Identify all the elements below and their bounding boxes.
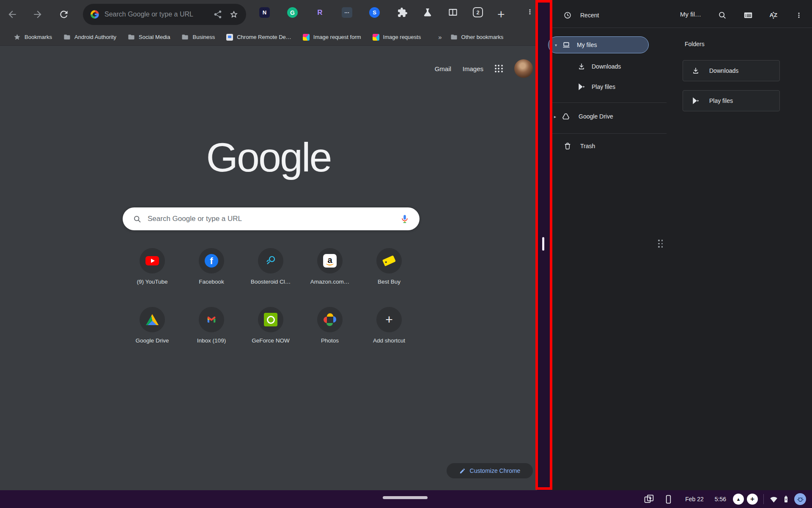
extensions-puzzle-icon[interactable] (397, 7, 408, 18)
google-drive-icon (146, 314, 159, 325)
shortcut-bestbuy[interactable]: Best Buy (359, 248, 419, 285)
facebook-icon: f (205, 254, 218, 268)
shortcut-photos[interactable]: Photos (300, 307, 359, 344)
search-icon[interactable] (718, 11, 727, 20)
sidebar-item-trash[interactable]: Trash (550, 136, 667, 156)
bookmark-social-media[interactable]: Social Media (128, 33, 170, 41)
extension-notion[interactable]: N (259, 7, 270, 18)
play-icon (577, 83, 586, 91)
customize-chrome-button[interactable]: Customize Chrome (447, 463, 533, 478)
folder-card-label: Play files (709, 97, 733, 104)
sidebar-item-my-files[interactable]: ▾ My files (548, 36, 649, 53)
bookmarks-bar: Bookmarks Android Authority Social Media… (0, 29, 537, 46)
side-panel-icon[interactable] (448, 7, 458, 17)
files-menu-kebab-icon[interactable] (794, 11, 804, 20)
reload-icon[interactable] (58, 9, 69, 20)
share-icon[interactable] (213, 10, 222, 19)
address-bar-placeholder: Search Google or type a URL (104, 11, 195, 18)
shortcut-youtube[interactable]: (9) YouTube (123, 248, 182, 285)
bookmarks-overflow-chevron[interactable]: » (438, 33, 442, 41)
extension-grammarly[interactable]: G (287, 7, 298, 18)
folder-card-downloads[interactable]: Downloads (683, 60, 780, 81)
assistant-bot-icon[interactable] (794, 493, 806, 505)
shortcut-facebook[interactable]: f Facebook (182, 248, 241, 285)
browser-menu-kebab-icon[interactable] (525, 7, 535, 17)
sidebar-item-recent[interactable]: Recent (550, 5, 667, 25)
shortcut-add[interactable]: + Add shortcut (359, 307, 419, 344)
shortcut-inbox[interactable]: Inbox (109) (182, 307, 241, 344)
images-link[interactable]: Images (463, 65, 483, 72)
shortcut-geforce-now[interactable]: GeForce NOW (241, 307, 300, 344)
shortcut-amazon[interactable]: a Amazon.com… (300, 248, 359, 285)
shortcut-google-drive[interactable]: Google Drive (123, 307, 182, 344)
forward-icon[interactable] (32, 9, 43, 20)
extension-password[interactable]: ••• (342, 7, 352, 18)
split-view-divider[interactable] (537, 0, 550, 490)
shortcut-label: Amazon.com… (300, 279, 359, 285)
bookmark-chrome-remote[interactable]: Chrome Remote De… (226, 34, 291, 41)
battery-icon[interactable] (782, 495, 790, 504)
sidebar-item-label: Google Drive (579, 113, 613, 120)
bookmark-android-authority[interactable]: Android Authority (63, 33, 116, 41)
ntp-search-placeholder: Search Google or type a URL (148, 215, 400, 223)
google-g-icon (91, 10, 99, 19)
folder-card-play-files[interactable]: Play files (683, 90, 780, 111)
new-tab-plus-icon[interactable]: + (497, 7, 505, 22)
extension-reader[interactable]: R (315, 7, 325, 18)
bookmark-label: Android Authority (74, 34, 116, 40)
shortcut-label: Photos (300, 337, 359, 344)
bookmark-label: Image request form (313, 34, 361, 40)
profile-avatar[interactable] (514, 59, 533, 78)
address-bar[interactable]: Search Google or type a URL (83, 4, 246, 25)
labs-flask-icon[interactable] (422, 7, 433, 17)
save-desk-icon[interactable] (644, 494, 654, 505)
bookmark-image-request-form[interactable]: Image request form (303, 34, 361, 41)
bookmark-image-requests[interactable]: Image requests (373, 34, 421, 41)
mic-icon[interactable] (400, 214, 409, 224)
bookmark-business[interactable]: Business (181, 33, 215, 41)
tab-counter[interactable]: 2 (473, 7, 483, 17)
google-logo: Google (0, 134, 537, 181)
shelf-date[interactable]: Feb 22 (685, 496, 704, 502)
ntp-search-box[interactable]: Search Google or type a URL (123, 207, 420, 230)
laptop-icon (562, 41, 571, 49)
plus-icon: + (385, 313, 393, 326)
google-apps-grid-icon[interactable] (495, 65, 503, 73)
folder-icon (63, 33, 71, 41)
wifi-icon[interactable] (769, 495, 778, 504)
shortcut-boosteroid[interactable]: Boosteroid Cl… (241, 248, 300, 285)
plus-circle-icon[interactable]: + (747, 494, 758, 505)
sidebar-item-downloads[interactable]: Downloads (550, 56, 667, 77)
colorful-doc-icon (303, 34, 310, 41)
sidebar-item-google-drive[interactable]: ▸ Google Drive (550, 106, 667, 127)
sidebar-item-label: My files (577, 41, 597, 48)
google-photos-icon (324, 313, 336, 326)
pane-resize-handle[interactable] (658, 240, 663, 248)
bestbuy-icon (382, 255, 396, 266)
sidebar-item-play-files[interactable]: Play files (550, 77, 667, 97)
caret-up-circle-icon[interactable]: ▲ (733, 494, 744, 505)
phone-hub-icon[interactable] (664, 494, 673, 504)
extension-s[interactable]: S (369, 7, 380, 18)
divider (550, 102, 667, 103)
bookmark-star-icon[interactable] (229, 10, 239, 19)
play-icon (691, 97, 700, 105)
chevron-down-icon[interactable]: ▾ (555, 43, 557, 47)
chevron-right-icon[interactable]: ▸ (554, 114, 556, 119)
s-badge-icon: S (369, 7, 380, 18)
home-indicator-handle[interactable] (383, 496, 428, 499)
divider-drag-handle[interactable] (542, 237, 544, 251)
bookmark-label: Chrome Remote De… (237, 34, 291, 40)
tab-counter-number: 2 (473, 7, 483, 17)
list-view-icon[interactable] (743, 11, 753, 20)
gmail-link[interactable]: Gmail (435, 65, 451, 72)
sort-az-icon[interactable]: AZ (768, 10, 779, 20)
other-bookmarks[interactable]: Other bookmarks (450, 33, 504, 41)
shortcut-label: Add shortcut (359, 337, 419, 344)
shortcut-label: Google Drive (123, 337, 182, 344)
screen: Search Google or type a URL N G R ••• (0, 0, 812, 508)
remote-desktop-icon (226, 34, 233, 41)
bookmark-bookmarks[interactable]: Bookmarks (14, 33, 52, 41)
shelf-time[interactable]: 5:56 (715, 496, 726, 502)
back-icon[interactable] (7, 9, 18, 20)
